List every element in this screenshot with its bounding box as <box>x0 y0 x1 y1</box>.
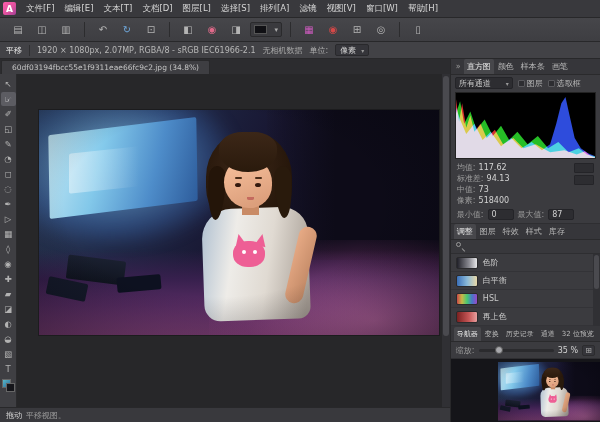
tab-32bit-preview[interactable]: 32 位预览 <box>559 327 597 341</box>
vertical-scrollbar-thumb[interactable] <box>443 76 449 336</box>
max-value-input[interactable]: 87 <box>548 209 574 220</box>
menu-file[interactable]: 文件[F] <box>21 0 60 17</box>
list-item-label: 色阶 <box>483 257 499 268</box>
lasso-tool[interactable]: ◌ <box>1 182 16 196</box>
tab-stock[interactable]: 库存 <box>546 224 568 239</box>
marquee-checkbox-label: 选取框 <box>557 78 581 89</box>
menu-arrange[interactable]: 排列[A] <box>255 0 294 17</box>
blur-tool[interactable]: ◒ <box>1 332 16 346</box>
adjustments-scrollbar-thumb[interactable] <box>594 255 599 289</box>
tab-effects[interactable]: 特效 <box>500 224 522 239</box>
tab-navigator[interactable]: 导航器 <box>454 327 481 341</box>
tab-styles[interactable]: 样式 <box>523 224 545 239</box>
gradient-tool[interactable]: ▧ <box>1 347 16 361</box>
list-item-recolor[interactable]: 再上色 <box>451 308 593 326</box>
menu-text[interactable]: 文本[T] <box>99 0 138 17</box>
tab-histogram[interactable]: 直方图 <box>464 59 494 74</box>
paint-brush-tool[interactable]: ▰ <box>1 287 16 301</box>
view-tool[interactable]: ☞ <box>1 92 16 106</box>
quick-mask-icon[interactable]: ◉ <box>202 21 222 38</box>
canvas-area[interactable] <box>17 74 442 407</box>
tab-history[interactable]: 历史记录 <box>503 327 537 341</box>
assistant-icon[interactable]: ◎ <box>371 21 391 38</box>
move-tool[interactable]: ↖ <box>1 77 16 91</box>
tab-color[interactable]: 颜色 <box>495 59 517 74</box>
export-document-icon[interactable]: ▥ <box>56 21 76 38</box>
vertical-scrollbar[interactable] <box>442 74 450 407</box>
list-item-label: 白平衡 <box>483 275 507 286</box>
open-document-icon[interactable]: ▤ <box>8 21 28 38</box>
undo-icon[interactable]: ↶ <box>93 21 113 38</box>
healing-brush-tool[interactable]: ✚ <box>1 272 16 286</box>
panel-collapse-icon[interactable]: » <box>454 62 463 71</box>
snapping-toggle-icon[interactable]: ⊞ <box>347 21 367 38</box>
navigator-thumbnail[interactable] <box>498 362 600 421</box>
main-area: 60df03194fbcc55e1f9311eae66fc9c2.jpg (34… <box>0 59 600 422</box>
guides-toggle-icon[interactable]: ◉ <box>323 21 343 38</box>
list-item-white-balance[interactable]: 白平衡 <box>451 272 593 290</box>
zoom-slider[interactable] <box>479 349 554 352</box>
layer-checkbox[interactable] <box>518 80 525 87</box>
adjustments-scrollbar[interactable] <box>593 254 600 326</box>
rotate-view-icon[interactable]: ↻ <box>117 21 137 38</box>
toolbar-separator <box>399 22 400 37</box>
selection-brush-tool[interactable]: ✎ <box>1 137 16 151</box>
document-tab[interactable]: 60df03194fbcc55e1f9311eae66fc9c2.jpg (34… <box>1 60 210 74</box>
document-tab-bar: 60df03194fbcc55e1f9311eae66fc9c2.jpg (34… <box>0 59 450 74</box>
menu-window[interactable]: 窗口[W] <box>361 0 403 17</box>
menu-view[interactable]: 视图[V] <box>321 0 360 17</box>
list-item-hsl[interactable]: HSL <box>451 290 593 308</box>
photo-image <box>498 362 600 421</box>
tab-channels[interactable]: 通道 <box>538 327 558 341</box>
units-select[interactable]: 像素 ▾ <box>335 44 369 56</box>
adjustments-items: 色阶 白平衡 HSL 再上色 <box>451 254 593 326</box>
tab-adjustments[interactable]: 调整 <box>454 224 476 239</box>
menu-document[interactable]: 文档[D] <box>137 0 177 17</box>
tab-transform[interactable]: 变换 <box>482 327 502 341</box>
crop-tool[interactable]: ◱ <box>1 122 16 136</box>
new-from-clipboard-icon[interactable]: ◫ <box>32 21 52 38</box>
zoom-fit-icon[interactable]: ⊡ <box>141 21 161 38</box>
grid-toggle-icon[interactable]: ▦ <box>299 21 319 38</box>
min-label: 最小值: <box>457 209 484 220</box>
merge-layers-icon[interactable]: ◨ <box>226 21 246 38</box>
zoom-fit-button[interactable]: ⊞ <box>582 345 595 356</box>
histogram-graph <box>456 93 595 158</box>
marquee-select-tool[interactable]: ◻ <box>1 167 16 181</box>
units-value: 像素 <box>340 45 356 56</box>
rulers-toggle-icon[interactable]: ▯ <box>408 21 428 38</box>
dodge-burn-tool[interactable]: ◐ <box>1 317 16 331</box>
tab-swatches[interactable]: 样本条 <box>518 59 548 74</box>
marquee-checkbox[interactable] <box>548 80 555 87</box>
color-picker-tool[interactable]: ✐ <box>1 107 16 121</box>
toolbar-separator <box>290 22 291 37</box>
adjustments-search-field[interactable] <box>451 240 600 254</box>
histogram-panel-tabs: » 直方图 颜色 样本条 画笔 <box>451 59 600 75</box>
menu-filter[interactable]: 滤镜 <box>294 0 321 17</box>
zoom-slider-knob[interactable] <box>495 346 503 354</box>
pen-tool[interactable]: ✒ <box>1 197 16 211</box>
menu-layer[interactable]: 图层[L] <box>178 0 216 17</box>
menu-help[interactable]: 帮助[H] <box>403 0 443 17</box>
flood-select-tool[interactable]: ◔ <box>1 152 16 166</box>
node-tool[interactable]: ▷ <box>1 212 16 226</box>
work-area: ↖ ☞ ✐ ◱ ✎ ◔ ◻ ◌ ✒ ▷ ▦ ◊ ◉ ✚ ▰ ◪ ◐ <box>0 74 450 407</box>
list-item-levels[interactable]: 色阶 <box>451 254 593 272</box>
tab-layers[interactable]: 图层 <box>477 224 499 239</box>
min-value-input[interactable]: 0 <box>488 209 514 220</box>
channel-select[interactable]: 所有通道 ▾ <box>455 77 513 89</box>
split-view-icon[interactable]: ◧ <box>178 21 198 38</box>
text-tool[interactable]: T <box>1 362 16 376</box>
color-swatch-dropdown[interactable]: ▾ <box>250 22 282 37</box>
tab-brushes[interactable]: 画笔 <box>549 59 571 74</box>
stats-column: 均值: 117.62 标准差: 94.13 中值: 73 像素: 518400 <box>457 162 568 206</box>
foreground-background-swatch[interactable] <box>2 379 15 392</box>
menu-edit[interactable]: 编辑[E] <box>60 0 99 17</box>
menu-bar: A 文件[F] 编辑[E] 文本[T] 文档[D] 图层[L] 选择[S] 排列… <box>0 0 600 18</box>
perspective-tool[interactable]: ◊ <box>1 242 16 256</box>
erase-tool[interactable]: ◪ <box>1 302 16 316</box>
mesh-warp-tool[interactable]: ▦ <box>1 227 16 241</box>
navigator-preview[interactable] <box>451 358 600 422</box>
menu-select[interactable]: 选择[S] <box>216 0 255 17</box>
clone-stamp-tool[interactable]: ◉ <box>1 257 16 271</box>
